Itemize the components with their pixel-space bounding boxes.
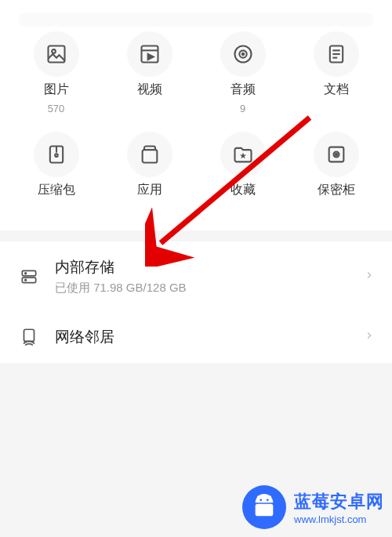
svg-point-19 [335, 154, 336, 155]
watermark: 蓝莓安卓网 www.lmkjst.com [242, 485, 384, 529]
storage-subtitle: 已使用 71.98 GB/128 GB [55, 281, 350, 296]
internal-storage-item[interactable]: 内部存储 已使用 71.98 GB/128 GB [0, 241, 392, 311]
svg-point-22 [25, 272, 27, 274]
audio-icon [220, 31, 266, 77]
category-label: 视频 [137, 82, 162, 98]
watermark-logo-icon [242, 485, 286, 529]
storage-list: 内部存储 已使用 71.98 GB/128 GB 网络邻居 [0, 241, 392, 363]
favorite-icon [220, 132, 266, 177]
category-label: 音频 [230, 82, 256, 98]
svg-point-27 [260, 499, 262, 501]
svg-marker-16 [239, 153, 245, 159]
svg-rect-26 [256, 504, 274, 517]
watermark-url: www.lmkjst.com [294, 513, 384, 525]
category-archives[interactable]: 压缩包 [9, 132, 103, 215]
category-audio[interactable]: 音频 9 [196, 31, 289, 114]
storage-icon [17, 267, 41, 287]
svg-point-1 [52, 49, 56, 53]
category-videos[interactable]: 视频 [103, 31, 196, 114]
storage-title: 内部存储 [55, 257, 350, 278]
watermark-text: 蓝莓安卓网 www.lmkjst.com [294, 490, 384, 525]
category-label: 收藏 [230, 182, 256, 198]
category-grid: 图片 570 视频 音频 9 文档 [0, 31, 392, 215]
storage-text: 内部存储 已使用 71.98 GB/128 GB [55, 257, 350, 296]
category-label: 应用 [137, 182, 162, 198]
video-icon [127, 31, 172, 77]
network-neighbors-item[interactable]: 网络邻居 [0, 311, 392, 363]
search-bar[interactable] [19, 13, 373, 27]
document-icon [314, 31, 359, 77]
network-text: 网络邻居 [55, 327, 350, 347]
category-apps[interactable]: 应用 [103, 132, 196, 215]
svg-point-14 [55, 154, 58, 157]
chevron-right-icon [364, 330, 375, 344]
category-safe[interactable]: 保密柜 [289, 132, 383, 215]
app-icon [127, 132, 172, 177]
svg-point-23 [25, 279, 27, 281]
category-count: 9 [240, 103, 245, 114]
category-label: 保密柜 [318, 182, 355, 198]
section-divider [0, 230, 392, 241]
network-icon [17, 327, 41, 347]
category-favorites[interactable]: 收藏 [196, 132, 289, 215]
network-title: 网络邻居 [55, 327, 350, 347]
category-documents[interactable]: 文档 [289, 31, 383, 114]
svg-rect-24 [24, 329, 34, 341]
watermark-title: 蓝莓安卓网 [294, 490, 384, 513]
category-images[interactable]: 图片 570 [9, 31, 103, 114]
chevron-right-icon [364, 270, 375, 284]
category-count: 570 [48, 103, 65, 114]
image-icon [34, 31, 79, 77]
svg-rect-0 [48, 46, 64, 63]
svg-marker-4 [147, 54, 153, 60]
svg-point-28 [267, 499, 269, 501]
svg-rect-15 [142, 150, 157, 162]
category-label: 文档 [324, 82, 349, 98]
category-label: 图片 [44, 82, 69, 98]
category-label: 压缩包 [38, 182, 75, 198]
archive-icon [34, 132, 79, 177]
svg-point-7 [241, 53, 243, 55]
safe-icon [314, 132, 359, 177]
categories-section: 图片 570 视频 音频 9 文档 [0, 0, 392, 230]
